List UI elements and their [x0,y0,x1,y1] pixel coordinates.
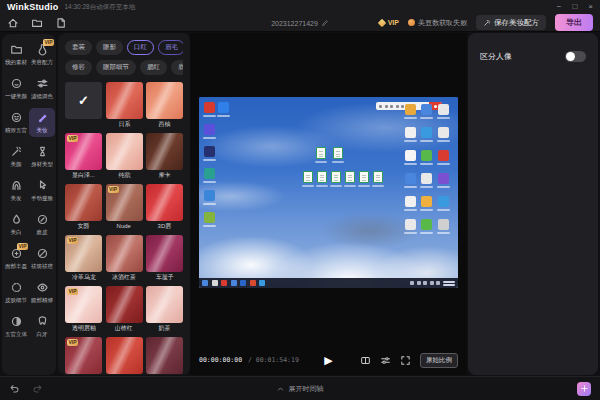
taskbar-app-icon [221,280,227,286]
swatch-奶茶[interactable]: 奶茶 [146,286,183,333]
desktop-document-icon [345,171,355,183]
sidebar-item-smoothing[interactable]: 磨皮 [29,210,55,239]
taskbar-app-icon [250,280,256,286]
sidebar-item-features-3d[interactable]: 五官立体 [3,312,29,341]
swatch-tile [106,337,143,374]
adjust-params-icon[interactable] [380,355,391,366]
desktop-docs-row-2 [303,171,383,183]
sidebar-item-manual-slim[interactable]: 手动瘦脸 [29,176,55,205]
sidebar-item-hair[interactable]: 美发 [3,176,29,205]
sidebar-item-anti-acne[interactable]: 祛斑祛痘 [29,244,55,273]
category-chip-眼影[interactable]: 眼影 [96,40,123,55]
sidebar-item-filter-color[interactable]: 滤镜调色 [29,74,55,103]
category-chip-眉毛[interactable]: 眉毛 [158,40,183,55]
category-chip-套装[interactable]: 套装 [65,40,92,55]
category-chip-修容[interactable]: 修容 [65,60,92,75]
swatch-tile [146,184,183,221]
home-icon[interactable] [7,17,19,29]
export-button[interactable]: 导出 [555,14,593,31]
swatch-Nude[interactable]: VIPNude [106,184,143,231]
sidebar-item-white-teeth[interactable]: 白牙 [29,312,55,341]
category-chip-口红[interactable]: 口红 [127,40,154,55]
sidebar-item-label: 手动瘦脸 [31,194,53,202]
swatch-3D唇[interactable]: 3D唇 [146,184,183,231]
sidebar-item-label: 精致五官 [5,126,27,134]
swatch-摩卡[interactable]: 摩卡 [146,133,183,180]
droplet-icon [10,213,23,226]
sidebar-item-whitening[interactable]: 美白 [3,210,29,239]
drafts-folder-icon[interactable] [31,17,43,29]
save-recipe-label: 保存美妆配方 [494,18,539,28]
save-recipe-button[interactable]: 保存美妆配方 [476,15,546,30]
lipstick-sheen [106,286,143,323]
swatch-透明唇釉[interactable]: VIP透明唇釉 [65,286,102,333]
sidebar-item-eye-detail[interactable]: 眼部精修 [29,278,55,307]
lipstick-sheen [146,337,183,374]
swatch-山楂红[interactable]: 山楂红 [106,286,143,333]
desktop-icon [405,196,416,207]
sidebar-item-label: 一键美颜 [5,92,27,100]
swatch-none[interactable]: ✓ [65,82,102,129]
maximize-button[interactable]: □ [572,0,577,14]
category-chip-眼部细节[interactable]: 眼部细节 [96,60,136,75]
swatch-item-17[interactable] [146,337,183,375]
taskbar-app-icon [259,280,265,286]
swatch-西柚[interactable]: 西柚 [146,82,183,129]
desktop-icon [438,173,449,184]
swatch-item-15[interactable]: VIP [65,337,102,375]
desktop-document-icon [331,171,341,183]
sidebar-item-label: 眼部精修 [31,296,53,304]
project-name: 202312271429 [271,20,318,27]
swatch-label: 冰酒红茶 [112,272,136,281]
undo-icon[interactable] [9,383,20,394]
swatch-tile: VIP [65,286,102,323]
desktop-icon [421,173,432,184]
swatch-冰酒红茶[interactable]: 冰酒红茶 [106,235,143,282]
redo-icon[interactable] [32,383,43,394]
sidebar-item-face-plump[interactable]: VIP面部丰盈 [3,244,29,273]
edit-project-name-icon[interactable] [321,19,329,27]
portrait-toggle[interactable] [565,51,586,62]
transport-icons: 原始比例 [360,353,458,368]
sidebar-item-fine-features[interactable]: 精致五官 [3,108,29,137]
desktop-icon [405,104,416,115]
undo-redo-group [9,383,43,394]
swatch-显白泽...[interactable]: VIP显白泽... [65,133,102,180]
sidebar-item-beauty[interactable]: 美颜 [3,142,29,171]
desktop-icon [421,219,432,230]
compare-before-after-icon[interactable] [360,355,371,366]
add-clip-button[interactable] [577,382,591,396]
close-button[interactable]: × [588,0,593,14]
sidebar-item-skin-detail[interactable]: 皮肤细节 [3,278,29,307]
sidebar-item-beauty-recipe[interactable]: VIP美容配方 [29,40,55,69]
minimize-button[interactable]: − [557,0,562,14]
brush-icon [36,111,49,124]
sidebar-item-makeup[interactable]: 美妆 [29,108,55,137]
sidebar-item-label: 白牙 [36,330,47,338]
swatch-item-16[interactable] [106,337,143,375]
desktop-docs-row-1 [316,147,343,159]
category-chip-底妆[interactable]: 底妆 [171,60,183,75]
swatch-日系[interactable]: 日系 [106,82,143,129]
lipstick-sheen [106,133,143,170]
sidebar-item-one-key-beauty[interactable]: 一键美颜 [3,74,29,103]
swatch-冷萃乌龙[interactable]: VIP冷萃乌龙 [65,235,102,282]
swatch-label: 3D唇 [158,221,172,230]
swatch-tile [146,235,183,272]
swatch-女爵[interactable]: 女爵 [65,184,102,231]
swatch-label: 西柚 [159,119,171,128]
original-ratio-button[interactable]: 原始比例 [420,353,458,368]
swatch-车厘子[interactable]: 车厘子 [146,235,183,282]
sidebar-item-body-shape[interactable]: 身材美型 [29,142,55,171]
swatch-纯欲[interactable]: 纯欲 [106,133,143,180]
swatch-label: 车厘子 [156,272,174,281]
category-chip-腮红[interactable]: 腮红 [140,60,167,75]
fullscreen-icon[interactable] [400,355,411,366]
play-button[interactable]: ▶ [324,345,332,375]
eye-icon [36,281,49,294]
expand-timeline-button[interactable]: 展开时间轴 [277,377,324,400]
desktop-document-icon [373,171,383,183]
sidebar-item-my-assets[interactable]: 我的素材 [3,40,29,69]
swatch-tile: VIP [65,337,102,374]
new-draft-icon[interactable] [55,17,67,29]
